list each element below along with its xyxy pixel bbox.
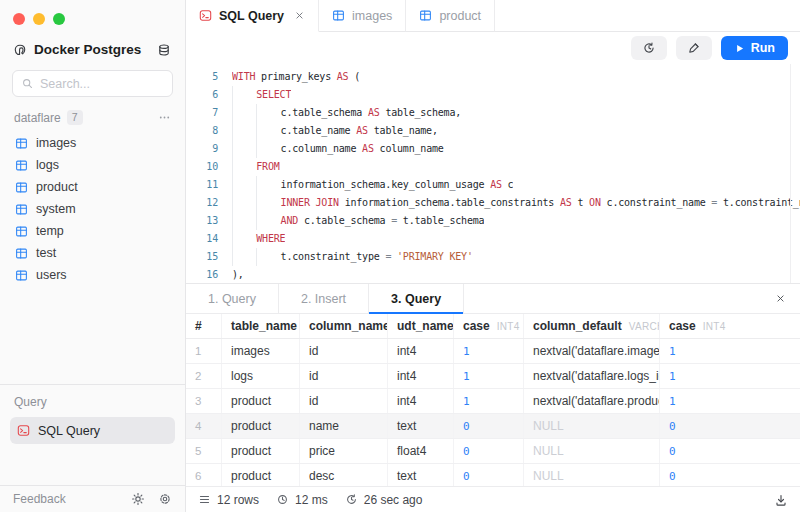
cell-value: 0	[669, 445, 676, 458]
schema-menu-icon[interactable]	[158, 111, 171, 124]
sidebar-item-product[interactable]: product	[8, 176, 177, 198]
cell-value: text	[397, 469, 416, 483]
table-cell[interactable]: 0	[660, 439, 800, 463]
close-tab-icon[interactable]	[294, 10, 305, 21]
sidebar-item-logs[interactable]: logs	[8, 154, 177, 176]
indent-guide	[256, 140, 280, 158]
table-cell[interactable]: price	[300, 439, 388, 463]
sidebar-item-images[interactable]: images	[8, 132, 177, 154]
table-cell[interactable]: 1	[454, 364, 524, 388]
sidebar-item-label: test	[36, 246, 56, 260]
table-row[interactable]: 2logsidint41nextval('dataflare.logs_id_s…	[186, 364, 800, 389]
column-header-index[interactable]: #	[186, 314, 222, 338]
code-token: t.constraint_type	[281, 251, 386, 262]
cell-value: id	[309, 394, 318, 408]
table-cell[interactable]: int4	[388, 389, 454, 413]
tab-images[interactable]: images	[319, 0, 406, 32]
table-cell[interactable]: id	[300, 389, 388, 413]
table-row[interactable]: 4productnametext0NULL0	[186, 414, 800, 439]
column-name: column_default	[533, 319, 622, 333]
close-window-button[interactable]	[13, 13, 25, 25]
table-cell[interactable]: 1	[660, 339, 800, 363]
indent-guide	[232, 86, 256, 104]
table-cell[interactable]: int4	[388, 364, 454, 388]
table-cell[interactable]: 0	[660, 464, 800, 486]
run-button[interactable]: Run	[721, 36, 788, 60]
cell-value: 1	[669, 395, 676, 408]
sql-editor[interactable]: 5WITH primary_keys AS (6 SELECT7 c.table…	[186, 64, 800, 283]
feedback-link[interactable]: Feedback	[13, 492, 66, 506]
result-tab-3-query[interactable]: 3. Query	[369, 284, 464, 313]
table-cell[interactable]: float4	[388, 439, 454, 463]
table-cell[interactable]: 1	[454, 389, 524, 413]
table-row[interactable]: 5productpricefloat40NULL0	[186, 439, 800, 464]
cell-value: 0	[463, 445, 470, 458]
table-cell[interactable]: 1	[454, 339, 524, 363]
database-icon[interactable]	[157, 43, 171, 57]
sidebar-item-test[interactable]: test	[8, 242, 177, 264]
table-cell[interactable]: NULL	[524, 464, 660, 486]
table-cell[interactable]: 1	[660, 364, 800, 388]
column-header-column_default[interactable]: column_defaultVARCHAR	[524, 314, 660, 338]
table-cell[interactable]: logs	[222, 364, 300, 388]
result-tab-1-query[interactable]: 1. Query	[186, 284, 279, 313]
table-cell[interactable]: product	[222, 414, 300, 438]
table-icon	[15, 181, 28, 194]
theme-toggle-icon[interactable]	[131, 492, 145, 506]
results-tab-bar: 1. Query2. Insert3. Query	[186, 284, 800, 314]
table-cell[interactable]: 0	[454, 464, 524, 486]
table-cell[interactable]: int4	[388, 339, 454, 363]
sidebar-item-temp[interactable]: temp	[8, 220, 177, 242]
table-cell[interactable]: NULL	[524, 439, 660, 463]
column-header-case[interactable]: caseINT4	[454, 314, 524, 338]
table-cell[interactable]: nextval('dataflare.product_id_...	[524, 389, 660, 413]
table-row[interactable]: 1imagesidint41nextval('dataflare.images_…	[186, 339, 800, 364]
table-cell[interactable]: desc	[300, 464, 388, 486]
format-sql-button[interactable]	[676, 36, 712, 60]
table-cell[interactable]: name	[300, 414, 388, 438]
results-status-bar: 12 rows 12 ms 26 sec ago	[186, 486, 800, 512]
table-cell[interactable]: 0	[454, 439, 524, 463]
table-cell[interactable]: text	[388, 464, 454, 486]
sidebar-item-label: temp	[36, 224, 64, 238]
table-cell[interactable]: 1	[660, 389, 800, 413]
zoom-window-button[interactable]	[53, 13, 65, 25]
column-header-case[interactable]: caseINT4	[660, 314, 800, 338]
sidebar-item-system[interactable]: system	[8, 198, 177, 220]
column-header-table_name[interactable]: table_name...	[222, 314, 300, 338]
table-cell[interactable]: NULL	[524, 414, 660, 438]
settings-icon[interactable]	[158, 492, 172, 506]
code-text: INNER JOIN information_schema.table_cons…	[232, 194, 800, 212]
minimize-window-button[interactable]	[33, 13, 45, 25]
query-list: SQL Query	[10, 417, 175, 444]
editor-scrollbar[interactable]	[790, 64, 791, 283]
table-cell[interactable]: id	[300, 364, 388, 388]
sidebar-item-users[interactable]: users	[8, 264, 177, 286]
table-cell[interactable]: images	[222, 339, 300, 363]
result-tab-2-insert[interactable]: 2. Insert	[279, 284, 369, 313]
column-header-udt_name[interactable]: udt_name...	[388, 314, 454, 338]
table-cell[interactable]: nextval('dataflare.images_id_s...	[524, 339, 660, 363]
table-cell[interactable]: nextval('dataflare.logs_id_seq'...	[524, 364, 660, 388]
table-cell[interactable]: text	[388, 414, 454, 438]
indent-guide	[232, 176, 256, 194]
table-row[interactable]: 3productidint41nextval('dataflare.produc…	[186, 389, 800, 414]
close-results-panel-button[interactable]	[761, 284, 800, 313]
export-download-icon[interactable]	[774, 493, 788, 507]
tab-sql-query[interactable]: SQL Query	[186, 0, 319, 32]
table-cell[interactable]: product	[222, 439, 300, 463]
table-cell[interactable]: 0	[454, 414, 524, 438]
table-row[interactable]: 6productdesctext0NULL0	[186, 464, 800, 486]
column-header-column_name[interactable]: column_name...	[300, 314, 388, 338]
sidebar-item-label: logs	[36, 158, 59, 172]
code-token: =	[711, 197, 723, 208]
tab-product[interactable]: product	[406, 0, 495, 32]
sidebar-item-sql-query[interactable]: SQL Query	[10, 417, 175, 444]
table-cell[interactable]: id	[300, 339, 388, 363]
search-input[interactable]	[40, 77, 164, 91]
query-history-button[interactable]	[631, 36, 667, 60]
cell-value: 0	[463, 470, 470, 483]
table-cell[interactable]: product	[222, 389, 300, 413]
table-cell[interactable]: 0	[660, 414, 800, 438]
table-cell[interactable]: product	[222, 464, 300, 486]
